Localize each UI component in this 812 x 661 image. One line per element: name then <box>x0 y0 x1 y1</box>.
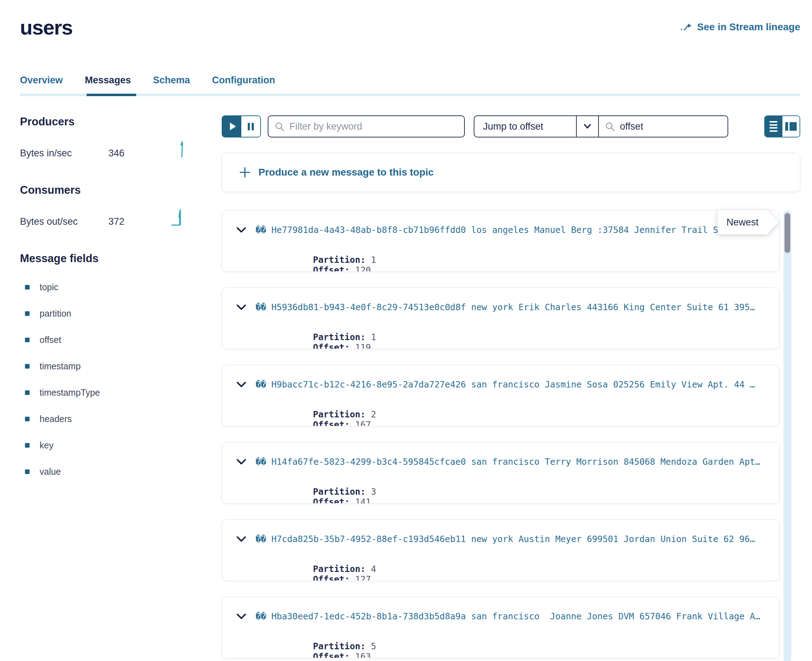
field-item-offset[interactable]: offset <box>25 335 222 345</box>
field-item-timestamp[interactable]: timestamp <box>25 361 222 372</box>
chevron-down-icon[interactable] <box>236 613 246 620</box>
chevron-down-icon[interactable] <box>236 304 246 311</box>
partition-value: 5 <box>371 641 376 651</box>
bytes-out-label: Bytes out/sec <box>20 216 108 227</box>
pause-button[interactable] <box>241 116 260 137</box>
field-item-key[interactable]: key <box>25 440 222 450</box>
field-bullet <box>25 469 30 474</box>
message-key-preview: �� H7cda825b-35b7-4952-88ef-c193d546eb11… <box>256 534 755 544</box>
chevron-down-icon[interactable] <box>236 536 246 543</box>
offset-search-input[interactable] <box>620 121 721 132</box>
message-key-preview: �� H9bacc71c-b12c-4216-8e95-2a7da727e426… <box>256 379 755 390</box>
newest-tooltip: Newest <box>718 210 767 234</box>
message-key-preview: �� H5936db81-b943-4e0f-8c29-74513e0c0d8f… <box>256 302 755 312</box>
producers-metric-row: Bytes in/sec 346 <box>20 141 222 159</box>
field-bullet <box>25 417 30 422</box>
partition-label: Partition: <box>313 564 366 574</box>
play-button[interactable] <box>223 116 241 137</box>
search-icon <box>275 122 285 131</box>
partition-value: 2 <box>371 409 376 420</box>
partition-value: 4 <box>371 564 376 574</box>
list-view-button[interactable] <box>765 116 782 137</box>
field-label: value <box>40 466 61 477</box>
field-item-value[interactable]: value <box>25 466 222 477</box>
offset-search-field <box>599 115 728 137</box>
message-row[interactable]: �� H7cda825b-35b7-4952-88ef-c193d546eb11… <box>236 534 765 544</box>
message-card: �� H7cda825b-35b7-4952-88ef-c193d546eb11… <box>222 519 780 581</box>
chevron-down-icon[interactable] <box>236 382 246 388</box>
split-view-icon <box>785 122 788 131</box>
tab-configuration[interactable]: Configuration <box>212 75 275 86</box>
tab-underline-active <box>86 94 136 96</box>
offset-value: 141 <box>355 497 371 504</box>
field-item-topic[interactable]: topic <box>25 282 222 292</box>
scrollbar-thumb[interactable] <box>785 213 790 253</box>
tab-messages[interactable]: Messages <box>85 75 131 86</box>
jump-to-offset-value: Jump to offset <box>474 121 576 132</box>
tab-underline-track <box>20 94 800 96</box>
consumers-heading: Consumers <box>20 184 222 196</box>
bytes-out-value: 372 <box>108 216 146 227</box>
message-row[interactable]: �� He77981da-4a43-48ab-b8f8-cb71b96ffdd0… <box>236 225 765 235</box>
partition-label: Partition: <box>313 332 366 342</box>
bytes-in-value: 346 <box>108 148 146 159</box>
split-view-button[interactable] <box>782 116 800 137</box>
chevron-down-icon[interactable] <box>236 227 246 233</box>
message-row[interactable]: �� H14fa67fe-5823-4299-b3c4-595845cfcae0… <box>236 457 765 467</box>
play-pause-group <box>222 115 261 137</box>
field-bullet <box>25 285 30 289</box>
stream-lineage-label: See in Stream lineage <box>697 21 800 33</box>
plus-icon <box>239 167 251 178</box>
content: Producers Bytes in/sec 346 Consumers Byt… <box>20 115 800 661</box>
partition-value: 1 <box>371 255 376 265</box>
offset-value: 163 <box>355 651 371 658</box>
stream-lineage-link[interactable]: See in Stream lineage <box>680 21 800 33</box>
field-label: headers <box>40 414 72 424</box>
message-meta: Partition:3 Offset:141 Timestamp:1659644… <box>250 476 765 504</box>
produce-message-button[interactable]: Produce a new message to this topic <box>222 153 800 192</box>
offset-value: 167 <box>355 420 371 426</box>
message-list: �� He77981da-4a43-48ab-b8f8-cb71b96ffdd0… <box>222 210 800 658</box>
topic-page: users See in Stream lineage Overview Mes… <box>0 0 812 661</box>
tab-overview[interactable]: Overview <box>20 75 63 86</box>
page-title: users <box>20 17 72 38</box>
offset-label: Offset: <box>313 574 350 581</box>
message-meta: Partition:1 Offset:120 Timestamp:1659644… <box>250 244 765 272</box>
field-bullet <box>25 364 30 369</box>
producers-heading: Producers <box>20 115 222 128</box>
tab-schema[interactable]: Schema <box>153 75 190 86</box>
message-meta: Partition:4 Offset:127 Timestamp:1659644… <box>250 554 765 581</box>
message-card: �� He77981da-4a43-48ab-b8f8-cb71b96ffdd0… <box>222 210 780 272</box>
field-item-headers[interactable]: headers <box>25 414 222 424</box>
offset-label: Offset: <box>313 497 350 504</box>
partition-label: Partition: <box>313 487 366 497</box>
message-row[interactable]: �� Hba30eed7-1edc-452b-8b1a-738d3b5d8a9a… <box>236 611 765 621</box>
offset-label: Offset: <box>313 420 350 426</box>
tab-bar: Overview Messages Schema Configuration <box>20 75 800 86</box>
scrollbar-track[interactable] <box>783 210 791 661</box>
message-key-preview: �� H14fa67fe-5823-4299-b3c4-595845cfcae0… <box>256 457 760 467</box>
play-icon <box>230 123 236 130</box>
offset-label: Offset: <box>313 342 350 349</box>
filter-input[interactable] <box>290 121 458 132</box>
newest-tooltip-arrow-icon <box>767 210 778 234</box>
jump-to-offset-group: Jump to offset <box>474 115 728 137</box>
message-card: �� H14fa67fe-5823-4299-b3c4-595845cfcae0… <box>222 442 780 504</box>
jump-to-offset-select[interactable]: Jump to offset <box>474 115 599 137</box>
message-row[interactable]: �� H9bacc71c-b12c-4216-8e95-2a7da727e426… <box>236 379 765 390</box>
field-item-partition[interactable]: partition <box>25 308 222 319</box>
field-item-timestampType[interactable]: timestampType <box>25 388 222 398</box>
partition-value: 1 <box>371 332 376 342</box>
message-row[interactable]: �� H5936db81-b943-4e0f-8c29-74513e0c0d8f… <box>236 302 765 312</box>
list-view-icon <box>770 120 777 133</box>
bytes-in-label: Bytes in/sec <box>20 148 108 159</box>
consumers-metric-row: Bytes out/sec 372 <box>20 209 222 227</box>
chevron-down-icon[interactable] <box>236 459 246 465</box>
offset-label: Offset: <box>313 651 350 658</box>
search-icon <box>605 122 615 131</box>
produce-message-label: Produce a new message to this topic <box>258 167 434 178</box>
filter-field <box>268 115 465 137</box>
stream-lineage-icon <box>680 22 692 32</box>
pause-icon <box>248 123 250 130</box>
field-label: partition <box>40 308 71 319</box>
